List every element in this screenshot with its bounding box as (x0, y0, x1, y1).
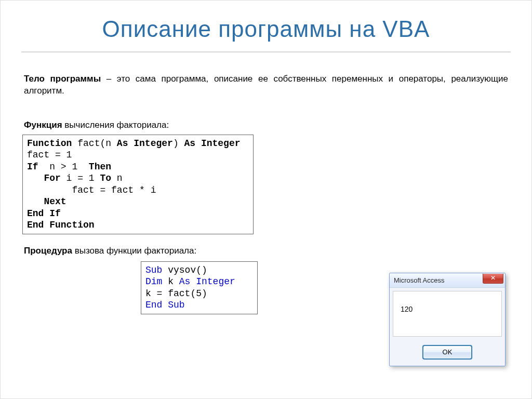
subhead-procedure-rest: вызова функции факториала: (72, 246, 196, 256)
code-kw: End Sub (145, 300, 185, 310)
code-block-function: Function fact(n As Integer) As Integer f… (22, 135, 254, 234)
code-block-procedure: Sub vysov() Dim k As Integer k = fact(5)… (141, 261, 258, 314)
code-kw: End Function (27, 220, 95, 230)
message-box-footer: OK (390, 340, 505, 365)
slide-title: Описание программы на VBA (21, 11, 511, 52)
ok-button[interactable]: OK (423, 345, 472, 359)
slide: Описание программы на VBA Тело программы… (0, 0, 532, 399)
message-box-title: Microsoft Access (394, 276, 445, 284)
code-text (27, 173, 44, 183)
code-text: fact(n (72, 138, 116, 149)
code-text: vysov() (162, 265, 207, 275)
subhead-procedure-bold: Процедура (24, 246, 72, 256)
code-kw: Then (89, 162, 111, 172)
code-kw: As Integer (184, 138, 240, 149)
code-kw: Dim (145, 276, 162, 287)
message-box-titlebar: Microsoft Access ✕ (390, 273, 505, 288)
code-kw: End If (27, 208, 61, 219)
code-text: n > 1 (38, 162, 89, 172)
code-text: k = fact(5) (145, 288, 207, 299)
code-text: i = 1 (61, 173, 100, 183)
code-text: k (162, 276, 179, 287)
intro-text: Тело программы – это сама программа, опи… (21, 73, 511, 97)
code-text: fact = fact * i (27, 185, 156, 195)
code-kw: Function (27, 138, 72, 149)
code-kw: As Integer (117, 138, 173, 149)
subhead-procedure: Процедура вызова функции факториала: (21, 246, 511, 256)
code-kw: To (100, 173, 111, 183)
code-kw: If (27, 162, 38, 172)
message-box-value: 120 (401, 305, 413, 313)
subhead-function-rest: вычисления факториала: (62, 120, 169, 130)
code-kw: Sub (145, 265, 162, 275)
code-kw: For (44, 173, 60, 183)
code-text (27, 196, 44, 207)
code-kw: As Integer (179, 276, 235, 287)
intro-bold: Тело программы (24, 74, 101, 84)
message-box-body: 120 (393, 291, 502, 337)
message-box: Microsoft Access ✕ 120 OK (389, 273, 506, 366)
code-text: ) (173, 138, 184, 149)
close-icon: ✕ (490, 274, 496, 282)
close-button[interactable]: ✕ (483, 274, 503, 284)
code-text: fact = 1 (27, 150, 72, 160)
code-text: n (111, 173, 123, 183)
subhead-function: Функция вычисления факториала: (21, 120, 511, 130)
code-kw: Next (44, 196, 66, 207)
subhead-function-bold: Функция (24, 120, 62, 130)
